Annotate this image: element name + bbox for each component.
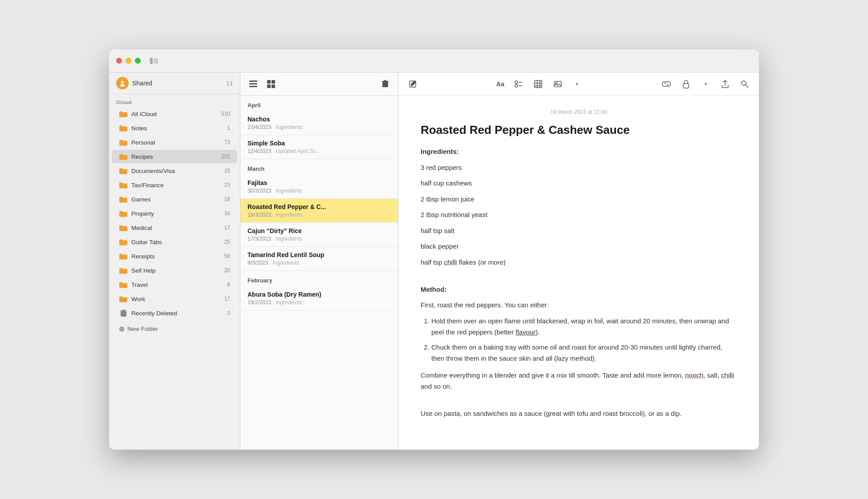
sidebar-item-count: 17 — [224, 225, 230, 231]
note-title: Roasted Red Pepper & C... — [247, 203, 391, 210]
method-steps: Hold them over an open flame until black… — [431, 315, 737, 364]
sidebar-item-documents[interactable]: Documents/Visa 15 — [112, 164, 237, 177]
svg-rect-14 — [267, 85, 271, 88]
lock-button[interactable] — [679, 77, 693, 91]
sidebar-item-personal[interactable]: Personal 73 — [112, 136, 237, 149]
sidebar-item-count: 6 — [227, 282, 230, 288]
note-date: 12/4/2023 — [247, 148, 271, 154]
svg-point-5 — [120, 84, 125, 87]
close-button[interactable] — [116, 58, 122, 64]
svg-rect-9 — [249, 80, 257, 82]
note-item-nachos[interactable]: Nachos 23/4/2023 Ingredients: — [240, 111, 398, 135]
sidebar-item-count: 23 — [224, 182, 230, 188]
svg-point-24 — [515, 85, 518, 87]
minimize-button[interactable] — [126, 58, 131, 64]
sidebar-item-guitartabs[interactable]: Guitar Tabs 25 — [112, 235, 237, 249]
sidebar-toggle-button[interactable] — [148, 55, 160, 67]
sidebar-item-recipes[interactable]: Recipes 202 — [112, 150, 237, 163]
folder-icon — [119, 252, 128, 261]
svg-rect-1 — [154, 59, 158, 60]
svg-point-23 — [515, 81, 518, 84]
media-button[interactable] — [551, 77, 565, 91]
note-item-roasted-red-pepper[interactable]: Roasted Red Pepper & C... 19/3/2023 Ingr… — [240, 199, 398, 223]
note-date: 19 March 2023 at 12:08 — [421, 109, 737, 115]
note-meta: 30/3/2023 Ingredients — [247, 188, 391, 194]
note-item-cajun-rice[interactable]: Cajun “Dirty” Rice 17/3/2023 Ingredients — [240, 223, 398, 247]
sidebar-item-count: 25 — [224, 239, 230, 245]
sidebar-shared-item[interactable]: Shared 11 — [109, 72, 240, 94]
folder-icon — [119, 223, 128, 232]
sidebar-item-label: Recently Deleted — [131, 310, 227, 317]
font-button[interactable]: Aa — [495, 77, 506, 91]
editor-content[interactable]: 19 March 2023 at 12:08 Roasted Red Peppe… — [398, 96, 759, 450]
sidebar-item-label: Documents/Visa — [131, 168, 224, 174]
sidebar-item-taxfinance[interactable]: Tax/Finance 23 — [112, 178, 237, 192]
search-button[interactable] — [738, 77, 752, 91]
share-button[interactable] — [718, 77, 732, 91]
svg-rect-7 — [120, 310, 127, 311]
note-item-abura-soba[interactable]: Abura Soba (Dry Ramen) 19/2/2023 Ingredi… — [240, 286, 398, 310]
folder-icon — [119, 195, 128, 204]
share-link-button[interactable] — [659, 77, 673, 91]
lock-dropdown-button[interactable]: ▾ — [698, 77, 713, 91]
sidebar-item-selfhelp[interactable]: Self Help 20 — [112, 264, 237, 277]
note-meta: 12/4/2023 Updated April 20... — [247, 148, 391, 154]
method-intro: First, roast the red peppers. You can ei… — [421, 299, 737, 311]
sidebar-item-label: Self Help — [131, 267, 224, 274]
maximize-button[interactable] — [135, 58, 141, 64]
checklist-button[interactable] — [511, 77, 526, 91]
sidebar-item-travel[interactable]: Travel 6 — [112, 278, 237, 291]
method-last: Use on pasta, on sandwiches as a sauce (… — [421, 408, 737, 419]
sidebar-item-label: Receipts — [131, 253, 224, 260]
new-folder-button[interactable]: ⊕ New Folder — [112, 322, 237, 336]
svg-rect-8 — [122, 310, 125, 310]
sidebar-item-work[interactable]: Work 17 — [112, 292, 237, 306]
folder-icon — [119, 181, 128, 189]
note-item-tamarind-soup[interactable]: Tamarind Red Lentil Soup 9/3/2023 Ingred… — [240, 247, 398, 271]
sidebar-item-medical[interactable]: Medical 17 — [112, 221, 237, 234]
folder-icon — [119, 209, 128, 218]
note-title: Fajitas — [247, 179, 391, 186]
sidebar-item-count: 18 — [224, 196, 230, 202]
svg-rect-6 — [121, 311, 126, 317]
note-item-fajitas[interactable]: Fajitas 30/3/2023 Ingredients — [240, 175, 398, 199]
note-preview: Updated April 20... — [276, 148, 320, 154]
folder-icon — [119, 294, 128, 303]
ingredient-7: half tsp chilli flakes (or more) — [421, 257, 737, 268]
sidebar-item-property[interactable]: Property 34 — [112, 207, 237, 220]
folder-icon — [119, 280, 128, 289]
sidebar-item-count: 202 — [221, 153, 230, 160]
media-dropdown-button[interactable]: ▾ — [570, 77, 584, 91]
note-preview: Ingredients: — [276, 124, 304, 130]
ingredient-5: half tsp salt — [421, 225, 737, 237]
note-item-simple-soba[interactable]: Simple Soba 12/4/2023 Updated April 20..… — [240, 135, 398, 159]
list-view-button[interactable] — [247, 77, 260, 91]
sidebar-item-allicloud[interactable]: All iCloud 510 — [112, 107, 237, 121]
plus-icon: ⊕ — [119, 325, 125, 333]
group-header-april: April — [240, 96, 398, 111]
note-list: April Nachos 23/4/2023 Ingredients: Simp… — [240, 72, 398, 450]
trash-icon — [119, 309, 128, 318]
sidebar-item-recently-deleted[interactable]: Recently Deleted 3 — [112, 306, 237, 320]
folder-icon — [119, 266, 128, 275]
svg-rect-13 — [272, 80, 275, 84]
sidebar-item-receipts[interactable]: Receipts 59 — [112, 250, 237, 263]
shared-label: Shared — [132, 80, 227, 87]
note-title: Roasted Red Pepper & Cashew Sauce — [421, 123, 737, 137]
note-date: 19/2/2023 — [247, 299, 271, 306]
sidebar-item-games[interactable]: Games 18 — [112, 193, 237, 206]
note-list-toolbar — [240, 72, 398, 96]
sidebar-item-count: 73 — [224, 139, 230, 145]
compose-button[interactable] — [406, 77, 420, 91]
svg-line-36 — [746, 85, 748, 88]
table-button[interactable] — [531, 77, 545, 91]
note-title: Simple Soba — [247, 140, 391, 147]
svg-rect-0 — [150, 58, 153, 64]
sidebar-item-label: Games — [131, 196, 224, 203]
sidebar-item-label: Guitar Tabs — [131, 239, 224, 245]
method-label: Method: — [421, 286, 446, 293]
delete-button[interactable] — [378, 77, 392, 91]
folder-icon — [119, 109, 128, 118]
sidebar-item-notes[interactable]: Notes 1 — [112, 121, 237, 135]
grid-view-button[interactable] — [264, 77, 278, 91]
